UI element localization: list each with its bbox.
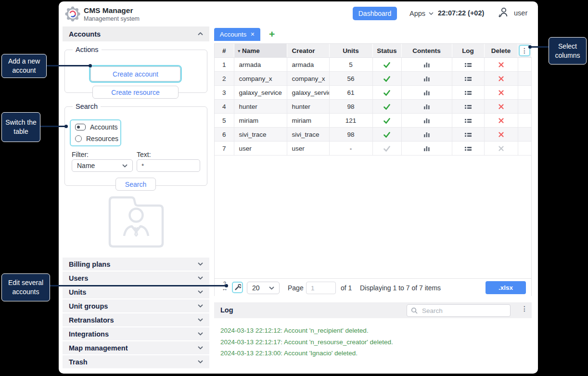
callout-line (47, 65, 90, 66)
radio-resources[interactable]: Resources (75, 135, 120, 143)
tab-label: Accounts (220, 31, 247, 38)
log-panel-header: Log ⋮ (214, 302, 532, 318)
close-icon[interactable]: ✕ (250, 31, 255, 38)
contents-chart-icon[interactable] (401, 86, 452, 100)
log-list-icon[interactable] (452, 58, 484, 72)
wrench-icon (234, 284, 241, 291)
username[interactable]: user (514, 9, 527, 17)
table-row[interactable]: 2 company_x company_x 56 (215, 72, 531, 86)
table-row[interactable]: 6 sivi_trace sivi_trace 98 (215, 128, 531, 142)
log-entry: 2024-03-13 22:12:17: Account 'n_resourse… (220, 337, 393, 348)
search-button[interactable]: Search (115, 178, 156, 191)
create-resource-button[interactable]: Create resource (92, 86, 179, 99)
filter-select[interactable]: Name (72, 159, 133, 172)
contents-chart-icon[interactable] (401, 100, 452, 114)
chevron-down-icon (429, 12, 434, 15)
radio-accounts[interactable]: Accounts (75, 123, 120, 131)
sidebar-item-units[interactable]: Units (63, 285, 209, 298)
batch-edit-button[interactable] (232, 282, 243, 293)
callout-line (50, 285, 226, 286)
log-list-icon[interactable] (452, 142, 484, 156)
table-row[interactable]: 7 user user - (215, 142, 531, 156)
row-creator: sivi_trace (287, 128, 329, 142)
log-list-icon[interactable] (452, 100, 484, 114)
app-title: CMS Manager (84, 6, 133, 15)
log-menu-icon[interactable]: ⋮ (521, 306, 528, 311)
table-row[interactable]: 5 miriam miriam 121 (215, 114, 531, 128)
page-input[interactable] (306, 282, 336, 294)
log-search-box[interactable] (407, 304, 511, 317)
text-label: Text: (137, 151, 151, 158)
row-name: sivi_trace (234, 128, 287, 142)
table-header-row: # ▾Name Creator Units Status Contents Lo… (215, 44, 531, 58)
log-list-icon[interactable] (452, 86, 484, 100)
search-text-input[interactable] (137, 159, 200, 172)
status-check-icon[interactable] (372, 58, 401, 72)
col-name[interactable]: ▾Name (234, 44, 287, 58)
sidebar-section-label: Accounts (69, 30, 101, 38)
col-delete[interactable]: Delete (484, 44, 518, 58)
col-status[interactable]: Status (372, 44, 401, 58)
log-search-input[interactable] (421, 307, 500, 315)
contents-chart-icon[interactable] (401, 58, 452, 72)
export-xlsx-button[interactable]: .xlsx (486, 281, 526, 294)
sidebar-item-label: Trash (69, 358, 88, 366)
delete-icon[interactable] (484, 58, 518, 72)
dashboard-button[interactable]: Dashboard (353, 7, 397, 20)
sidebar-item-trash[interactable]: Trash (63, 355, 209, 368)
status-check-icon[interactable] (372, 72, 401, 86)
chevron-down-icon (198, 304, 203, 308)
delete-icon[interactable] (484, 100, 518, 114)
status-check-icon[interactable] (372, 86, 401, 100)
create-account-button[interactable]: Create account (90, 66, 180, 81)
sidebar-item-label: Retranslators (69, 316, 114, 324)
contents-chart-icon[interactable] (401, 72, 452, 86)
delete-icon[interactable] (484, 114, 518, 128)
contents-chart-icon[interactable] (401, 114, 452, 128)
chevron-down-icon (198, 332, 203, 336)
status-check-icon[interactable] (372, 100, 401, 114)
actions-group: Actions Create account Create resource (64, 46, 207, 93)
col-num[interactable]: # (215, 44, 234, 58)
add-tab-icon[interactable]: + (269, 29, 275, 39)
chevron-down-icon (198, 346, 203, 350)
page-size-value: 20 (252, 284, 260, 292)
col-units[interactable]: Units (329, 44, 372, 58)
sidebar-section-accounts[interactable]: Accounts (63, 26, 209, 41)
log-list-icon[interactable] (452, 114, 484, 128)
items-summary: Displaying 1 to 7 of 7 items (360, 284, 441, 292)
apps-menu[interactable]: Apps (409, 10, 434, 17)
page-label: Page (288, 284, 304, 292)
delete-icon[interactable] (484, 86, 518, 100)
log-list-icon[interactable] (452, 128, 484, 142)
contents-chart-icon[interactable] (401, 128, 452, 142)
tab-accounts[interactable]: Accounts ✕ (214, 28, 260, 41)
row-creator: armada (287, 58, 329, 72)
delete-icon[interactable] (484, 128, 518, 142)
log-list-icon[interactable] (452, 72, 484, 86)
status-check-icon[interactable] (372, 114, 401, 128)
table-row[interactable]: 3 galaxy_service galaxy_service 61 (215, 86, 531, 100)
table-row[interactable]: 4 hunter hunter 98 (215, 100, 531, 114)
sidebar-item-unit-groups[interactable]: Unit groups (63, 299, 209, 312)
sidebar-item-integrations[interactable]: Integrations (63, 327, 209, 340)
callout-dot (64, 125, 68, 128)
contents-chart-icon[interactable] (401, 142, 452, 156)
chevron-down-icon (198, 262, 203, 266)
user-icon[interactable] (498, 7, 509, 20)
sidebar-item-retranslators[interactable]: Retranslators (63, 313, 209, 326)
sort-icon: ▾ (238, 49, 241, 53)
delete-icon[interactable] (484, 72, 518, 86)
sidebar-item-map-management[interactable]: Map management (63, 341, 209, 354)
row-units: 98 (329, 128, 372, 142)
table-type-radio-group: Accounts Resources (70, 119, 121, 146)
table-row[interactable]: 1 armada armada 5 (215, 58, 531, 72)
page-size-select[interactable]: 20 (247, 282, 280, 294)
row-creator: company_x (287, 72, 329, 86)
col-creator[interactable]: Creator (287, 44, 329, 58)
status-check-icon[interactable] (372, 128, 401, 142)
col-log[interactable]: Log (452, 44, 484, 58)
sidebar-item-users[interactable]: Users (63, 272, 209, 285)
sidebar-item-billing-plans[interactable]: Billing plans (63, 258, 209, 271)
col-contents[interactable]: Contents (401, 44, 452, 58)
